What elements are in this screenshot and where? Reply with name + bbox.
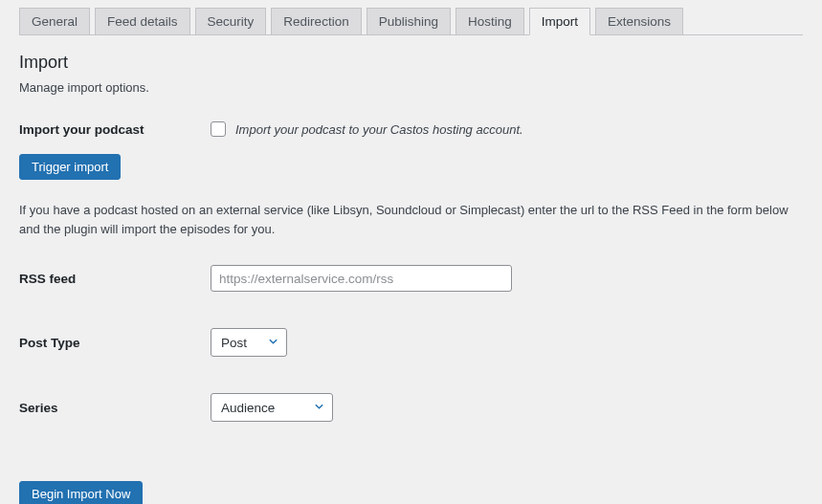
post-type-label: Post Type: [19, 336, 211, 350]
import-podcast-checkbox-label: Import your podcast to your Castos hosti…: [235, 122, 523, 137]
post-type-select[interactable]: Post: [211, 328, 287, 357]
post-type-selected: Post: [221, 336, 247, 350]
begin-import-button[interactable]: Begin Import Now: [19, 481, 143, 504]
series-label: Series: [19, 401, 211, 415]
page-title: Import: [19, 53, 803, 73]
tab-redirection[interactable]: Redirection: [271, 8, 361, 35]
rss-feed-label: RSS feed: [19, 272, 211, 286]
tab-hosting[interactable]: Hosting: [455, 8, 524, 35]
tab-feed-details[interactable]: Feed details: [95, 8, 190, 35]
tab-security[interactable]: Security: [195, 8, 267, 35]
tab-general[interactable]: General: [19, 8, 90, 35]
tab-extensions[interactable]: Extensions: [595, 8, 683, 35]
series-select[interactable]: Audience: [211, 393, 333, 422]
series-selected: Audience: [221, 401, 275, 415]
trigger-import-button[interactable]: Trigger import: [19, 154, 121, 180]
tab-import[interactable]: Import: [529, 8, 590, 35]
import-podcast-checkbox[interactable]: [211, 121, 226, 137]
chevron-down-icon: [314, 401, 324, 415]
tab-publishing[interactable]: Publishing: [367, 8, 451, 35]
chevron-down-icon: [268, 336, 278, 350]
page-desc: Manage import options.: [19, 80, 803, 95]
settings-tabs: General Feed details Security Redirectio…: [19, 0, 803, 35]
help-text: If you have a podcast hosted on an exter…: [19, 201, 803, 238]
import-podcast-label: Import your podcast: [19, 122, 211, 137]
rss-feed-input[interactable]: [211, 265, 512, 292]
